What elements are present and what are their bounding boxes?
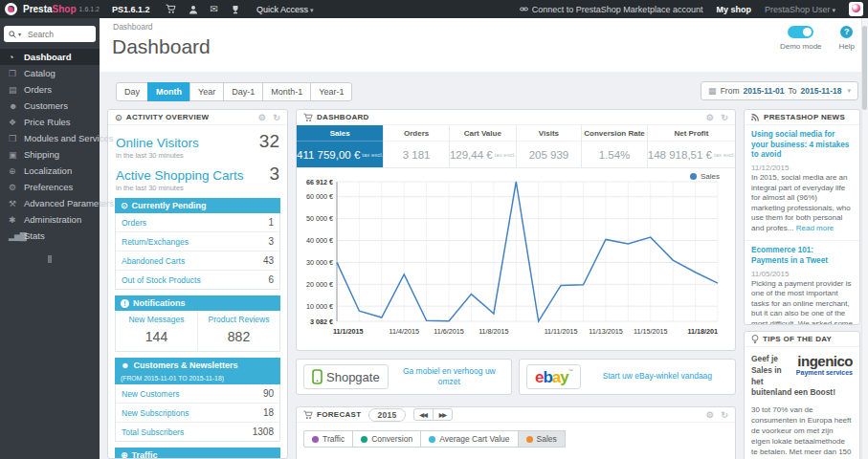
search-scope-caret[interactable]: ▾ [18, 31, 21, 37]
tip-body: 30 tot 70% van de consumenten in Europa … [751, 404, 853, 459]
tab-month-1[interactable]: Month-1 [262, 82, 311, 101]
refresh-icon[interactable]: ↻ [721, 113, 728, 122]
version-label: 1.6.1.2 [79, 6, 100, 12]
breadcrumb[interactable]: Dashboard [113, 22, 153, 32]
prestashop-logo-icon [5, 3, 17, 15]
sidebar-item-preferences[interactable]: ⚙Preferences [0, 179, 100, 195]
refresh-icon[interactable]: ↻ [721, 410, 728, 420]
shopgate-ad-link[interactable]: Ga mobiel en verhoog uw omzet [394, 366, 504, 387]
trophy-icon[interactable] [231, 5, 240, 14]
demo-mode-toggle[interactable] [788, 26, 813, 38]
tab-day[interactable]: Day [116, 82, 148, 101]
news-article-title[interactable]: Ecommerce 101: Payments in a Tweet [751, 246, 853, 266]
user-icon[interactable] [189, 5, 198, 14]
online-visitors-link[interactable]: Online Visitors [116, 136, 259, 150]
tab-month[interactable]: Month [147, 82, 190, 101]
sidebar-item-stats[interactable]: ▂▅▇Stats [0, 228, 100, 244]
table-row: Abandoned Carts43 [116, 251, 279, 270]
new-messages-link[interactable]: New Messages [116, 311, 197, 326]
new-subscriptions-link[interactable]: New Subscriptions [122, 408, 189, 418]
sidebar-item-catalog[interactable]: ❐Catalog [0, 65, 100, 81]
date-range-picker[interactable]: ▦ From2015-11-01 To2015-11-18 ▾ [701, 81, 858, 100]
metric-net-profit[interactable]: Net Profit148 918,51 €tax excl. [647, 125, 735, 167]
clock-icon: ⊙ [121, 201, 128, 210]
read-more-link[interactable]: Read more [796, 224, 835, 232]
next-year-button[interactable]: ▶▶ [433, 409, 452, 420]
active-carts-link[interactable]: Active Shopping Carts [116, 168, 269, 183]
metric-visits[interactable]: Visits205 939 [516, 125, 582, 167]
sidebar-item-shipping[interactable]: ▣Shipping [0, 146, 100, 163]
cart-icon[interactable] [166, 4, 176, 14]
total-subscribers-link[interactable]: Total Subscribers [122, 427, 184, 437]
shopgate-logo[interactable]: Shopgate [303, 364, 389, 389]
metric-sales[interactable]: Sales411 759,00 €tax excl. [297, 125, 383, 167]
sidebar-item-customers[interactable]: ☻Customers [0, 98, 100, 114]
sidebar-item-localization[interactable]: ⊕Localization [0, 163, 100, 179]
user-menu[interactable]: PrestaShop User▾ [765, 5, 835, 14]
out-of-stock-link[interactable]: Out of Stock Products [122, 275, 201, 285]
chevron-down-icon: ▾ [310, 7, 314, 13]
panel-title: DASHBOARD [317, 113, 369, 121]
refresh-icon[interactable]: ↻ [273, 113, 280, 122]
mail-icon[interactable]: ✉ [211, 4, 218, 14]
sidebar-item-advanced-parameters[interactable]: ⚒Advanced Parameters [0, 195, 100, 211]
chart-legend-label: Sales [701, 172, 720, 181]
sidebar-item-administration[interactable]: ✱Administration [0, 211, 100, 228]
link-icon [520, 5, 528, 13]
gear-icon[interactable]: ⚙ [258, 113, 266, 122]
new-customers-link[interactable]: New Customers [122, 389, 179, 399]
marketplace-link[interactable]: Connect to PrestaShop Marketplace accoun… [520, 5, 703, 14]
previous-year-button[interactable]: ◀◀ [414, 409, 433, 420]
pending-table: Orders1 Return/Exchanges3 Abandoned Cart… [115, 213, 280, 290]
ebay-logo[interactable]: ebay™ [526, 364, 581, 389]
panel-title: TIPS OF THE DAY [763, 335, 832, 343]
tab-day-1[interactable]: Day-1 [223, 82, 263, 101]
gear-icon[interactable]: ⚙ [706, 113, 714, 122]
forecast-avg-cart-button[interactable]: Average Cart Value [420, 430, 518, 448]
product-reviews-link[interactable]: Product Reviews [198, 311, 279, 326]
search-input[interactable] [26, 29, 81, 40]
forecast-year[interactable]: 2015 [368, 408, 405, 422]
forecast-sales-button[interactable]: Sales [518, 430, 566, 448]
news-article: Ecommerce 101: Payments in a Tweet 11/05… [745, 241, 859, 325]
svg-text:3 082 €: 3 082 € [310, 317, 333, 326]
collapse-sidebar-button[interactable]: ‖ [0, 254, 100, 265]
sidebar-item-modules[interactable]: ❒Modules and Services [0, 130, 100, 146]
abandoned-carts-link[interactable]: Abandoned Carts [122, 256, 185, 266]
gear-icon[interactable]: ⚙ [706, 410, 714, 420]
pending-orders-link[interactable]: Orders [122, 218, 146, 228]
panel-title: FORECAST [317, 410, 361, 419]
quick-access-menu[interactable]: Quick Access▾ [256, 5, 314, 14]
scrollbar-thumb[interactable] [862, 26, 867, 110]
sidebar-item-dashboard[interactable]: ◔Dashboard [0, 49, 100, 65]
tips-of-the-day-panel: TIPS OF THE DAY ingenico Payment service… [744, 331, 860, 459]
forecast-conversion-button[interactable]: Conversion [352, 430, 421, 448]
metric-orders[interactable]: Orders3 181 [383, 125, 449, 167]
ebay-ad-link[interactable]: Start uw eBay-winkel vandaag [587, 371, 728, 382]
tab-year-1[interactable]: Year-1 [310, 82, 352, 101]
metric-conversion-rate[interactable]: Conversion Rate1.54% [581, 125, 647, 167]
my-shop-link[interactable]: My shop [716, 5, 751, 14]
sidebar-item-orders[interactable]: ▤Orders [0, 81, 100, 98]
customers-icon: ☻ [9, 101, 24, 111]
sidebar-item-price-rules[interactable]: ❖Price Rules [0, 114, 100, 130]
ingenico-logo[interactable]: ingenico Payment services [796, 354, 853, 377]
news-article-title[interactable]: Using social media for your business: 4 … [751, 130, 853, 161]
page-header: Dashboard Dashboard Demo mode ? Help [100, 18, 868, 72]
sidebar: ▾ ◔Dashboard ❐Catalog ▤Orders ☻Customers… [0, 18, 100, 459]
shop-name[interactable]: PS1.6.1.2 [112, 5, 150, 14]
page-title: Dashboard [112, 35, 211, 58]
avatar[interactable] [849, 2, 863, 16]
svg-text:11/1/2015: 11/1/2015 [333, 327, 364, 336]
help-icon[interactable]: ? [840, 26, 853, 38]
traffic-header: ⊕ Traffic (FROM 2015-11-01 TO 2015-11-18… [115, 448, 280, 459]
calendar-icon: ▦ [708, 86, 717, 96]
metric-cart-value[interactable]: Cart Value129,44 €tax excl. [449, 125, 516, 167]
panel-title: ACTIVITY OVERVIEW [126, 113, 210, 121]
tab-year[interactable]: Year [189, 82, 224, 101]
sidebar-search[interactable]: ▾ [4, 26, 96, 42]
vertical-scrollbar[interactable] [861, 18, 868, 459]
forecast-traffic-button[interactable]: Traffic [303, 430, 353, 448]
chart-legend[interactable]: Sales [690, 172, 720, 181]
pending-returns-link[interactable]: Return/Exchanges [122, 237, 189, 247]
